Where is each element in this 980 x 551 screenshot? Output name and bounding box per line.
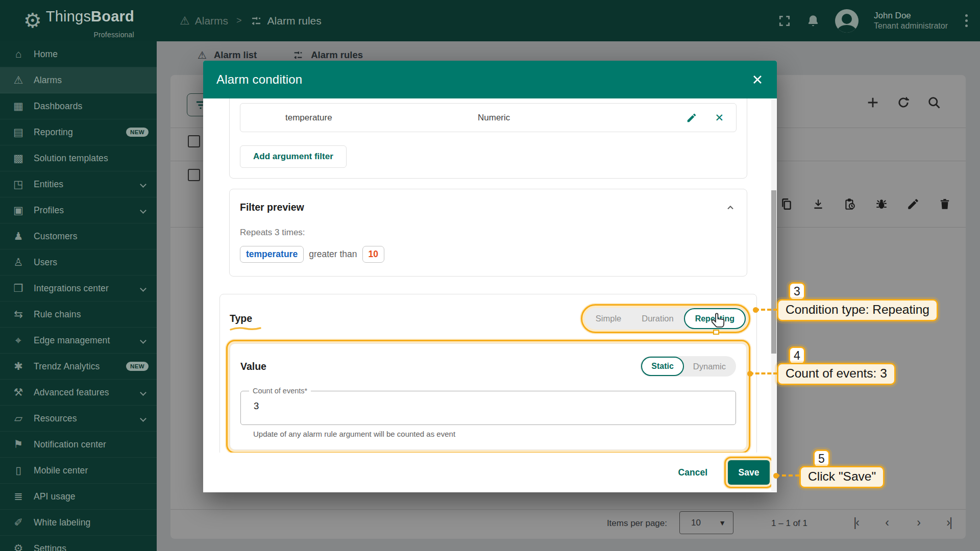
sidebar-item-profiles[interactable]: ▣Profiles	[0, 197, 157, 223]
sidebar-item-alarms[interactable]: ⚠Alarms	[0, 67, 157, 93]
collapse-chevron-up-icon[interactable]	[725, 203, 736, 213]
sidebar-item-label: Rule chains	[34, 309, 81, 320]
dashboards-icon: ▦	[12, 100, 25, 112]
sidebar-item-customers[interactable]: ♟Customers	[0, 223, 157, 249]
top-bar: ⚙ ThingsBoard Professional ⚠ Alarms > Al…	[0, 0, 980, 41]
sidebar-item-label: Mobile center	[34, 465, 88, 476]
chevron-down-icon	[140, 285, 146, 292]
sidebar-item-solution-templates[interactable]: ▩Solution templates	[0, 145, 157, 171]
sidebar-item-notification-center[interactable]: ⚑Notification center	[0, 432, 157, 458]
save-button[interactable]: Save	[728, 460, 770, 485]
sidebar-item-advanced-features[interactable]: ⚒Advanced features	[0, 380, 157, 406]
logo[interactable]: ⚙ ThingsBoard Professional	[23, 6, 134, 45]
type-option-duration[interactable]: Duration	[631, 314, 683, 323]
modal-scrollbar[interactable]	[771, 99, 776, 491]
sidebar-item-dashboards[interactable]: ▦Dashboards	[0, 93, 157, 119]
thingsboard-logo-icon: ⚙	[23, 6, 42, 35]
alarms-icon: ⚠	[12, 74, 25, 86]
sidebar-item-label: Settings	[34, 543, 66, 551]
chevron-down-icon	[140, 415, 146, 422]
api-usage-icon: ≣	[12, 490, 25, 503]
chevron-down-icon	[140, 389, 146, 396]
sidebar-item-settings[interactable]: ⚙Settings	[0, 536, 157, 551]
count-of-events-value: 3	[254, 400, 259, 412]
mobile-center-icon: ▯	[12, 464, 25, 477]
sidebar-item-entities[interactable]: ◳Entities	[0, 171, 157, 197]
resources-icon: ▱	[12, 412, 25, 424]
notification-center-icon: ⚑	[12, 438, 25, 450]
advanced-features-icon: ⚒	[12, 386, 25, 398]
logo-text: ThingsBoard Professional	[46, 6, 134, 45]
breadcrumb: ⚠ Alarms > Alarm rules	[180, 0, 322, 41]
breadcrumb-separator: >	[236, 15, 242, 26]
count-of-events-field[interactable]: Count of events* 3	[240, 391, 736, 425]
sidebar-item-resources[interactable]: ▱Resources	[0, 406, 157, 432]
sidebar-item-white-labeling[interactable]: ✐White labeling	[0, 510, 157, 536]
value-option-dynamic[interactable]: Dynamic	[684, 362, 735, 371]
type-label: Type	[230, 313, 252, 324]
value-card: Value Static Dynamic Count of events* 3 …	[230, 343, 747, 450]
settings-icon: ⚙	[12, 542, 25, 551]
fullscreen-icon[interactable]	[778, 14, 791, 28]
sidebar-item-label: Notification center	[34, 439, 106, 450]
users-icon: ♙	[12, 256, 25, 268]
notifications-bell-icon[interactable]	[806, 14, 820, 28]
sidebar-item-integrations-center[interactable]: ❒Integrations center	[0, 276, 157, 302]
trendz-analytics-icon: ✱	[12, 360, 25, 372]
step-number: 4	[789, 346, 805, 365]
add-argument-filter-button[interactable]: Add argument filter	[240, 145, 347, 168]
cancel-button[interactable]: Cancel	[678, 467, 707, 478]
annotation-text: Condition type: Repeating	[777, 299, 938, 321]
sidebar-item-edge-management[interactable]: ⌖Edge management	[0, 328, 157, 354]
more-menu-icon[interactable]	[963, 12, 970, 29]
value-label: Value	[240, 361, 266, 372]
sidebar-item-label: API usage	[34, 491, 76, 502]
value-source-toggle: Static Dynamic	[640, 356, 736, 377]
user-role: Tenant administrator	[874, 21, 948, 31]
sidebar-item-api-usage[interactable]: ≣API usage	[0, 484, 157, 510]
edge-management-icon: ⌖	[12, 334, 25, 346]
entities-icon: ◳	[12, 178, 25, 190]
dialog-body: temperature Numeric ✕ Add argument filte…	[203, 98, 777, 492]
sidebar-item-label: Dashboards	[34, 101, 82, 112]
step-number: 3	[789, 282, 805, 300]
sidebar-item-rule-chains[interactable]: ⇆Rule chains	[0, 302, 157, 328]
remove-argument-icon[interactable]: ✕	[715, 112, 724, 124]
argument-type: Numeric	[478, 113, 686, 123]
avatar[interactable]	[835, 9, 859, 33]
new-badge: NEW	[126, 128, 149, 137]
sidebar-item-label: Advanced features	[34, 387, 109, 398]
sidebar-nav: ⌂Home⚠Alarms▦Dashboards▤ReportingNEW▩Sol…	[0, 41, 157, 551]
close-icon[interactable]	[751, 73, 764, 86]
customers-icon: ♟	[12, 230, 25, 242]
solution-templates-icon: ▩	[12, 152, 25, 164]
alarm-condition-dialog: Alarm condition temperature Numeric ✕ Ad…	[203, 61, 777, 492]
field-helper-text: Update of any alarm rule argument will b…	[253, 430, 736, 438]
chevron-down-icon	[140, 207, 146, 214]
sidebar-item-home[interactable]: ⌂Home	[0, 41, 157, 67]
filter-expression: temperature greater than 10	[240, 246, 736, 263]
sidebar-item-mobile-center[interactable]: ▯Mobile center	[0, 458, 157, 484]
sidebar-item-reporting[interactable]: ▤ReportingNEW	[0, 119, 157, 145]
sidebar-item-trendz-analytics[interactable]: ✱Trendz AnalyticsNEW	[0, 354, 157, 380]
sidebar-item-label: White labeling	[34, 517, 90, 528]
screen: ⚙ ThingsBoard Professional ⚠ Alarms > Al…	[0, 0, 980, 551]
annotation-connector-4	[749, 372, 777, 374]
sidebar-item-label: Solution templates	[34, 153, 108, 164]
breadcrumb-parent[interactable]: Alarms	[195, 15, 228, 27]
type-option-simple[interactable]: Simple	[585, 314, 631, 323]
edit-pencil-icon[interactable]	[686, 112, 697, 123]
white-labeling-icon: ✐	[12, 516, 25, 529]
value-option-static[interactable]: Static	[641, 357, 684, 376]
sidebar-item-label: Integrations center	[34, 283, 109, 294]
dialog-footer: Cancel Save	[203, 453, 770, 492]
integrations-center-icon: ❒	[12, 282, 25, 294]
reporting-icon: ▤	[12, 126, 25, 138]
sidebar-item-label: Customers	[34, 231, 78, 242]
sidebar-item-users[interactable]: ♙Users	[0, 249, 157, 276]
sidebar-item-label: Resources	[34, 413, 77, 424]
arguments-card: temperature Numeric ✕ Add argument filte…	[229, 98, 747, 179]
annotation-connector-5	[775, 474, 799, 477]
user-info: John Doe Tenant administrator	[874, 10, 948, 31]
dialog-header: Alarm condition	[203, 61, 777, 98]
